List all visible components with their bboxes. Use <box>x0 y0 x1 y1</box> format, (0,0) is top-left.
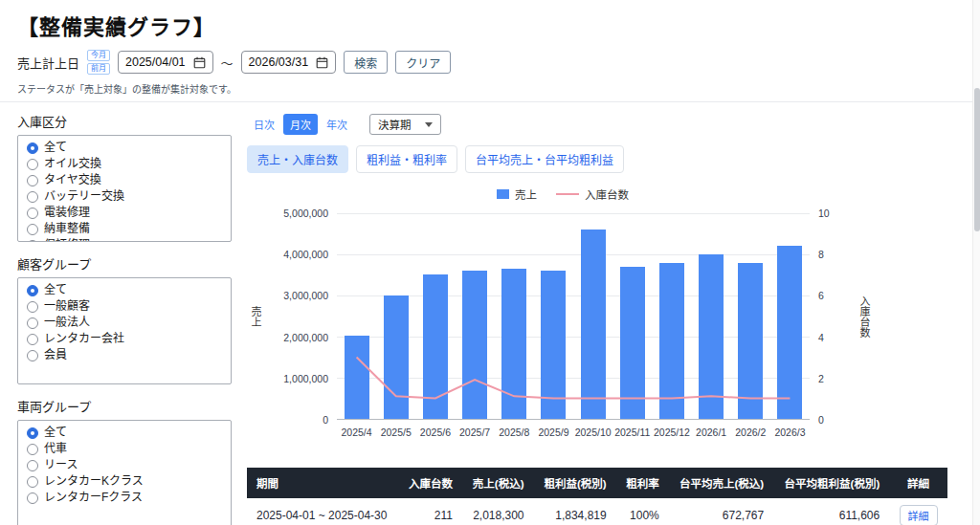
radio-label: リース <box>44 459 78 471</box>
chart-legend: 売上入庫台数 <box>247 186 879 202</box>
vertical-scrollbar[interactable] <box>972 0 980 525</box>
main-area: 入庫区分全てオイル交換タイヤ交換バッテリー交換電装修理納車整備保証修理その他整備… <box>0 102 980 525</box>
radio-option[interactable]: レンタカーKクラス <box>27 475 222 488</box>
radio-input[interactable] <box>27 317 38 329</box>
sidebar: 入庫区分全てオイル交換タイヤ交換バッテリー交換電装修理納車整備保証修理その他整備… <box>17 112 232 525</box>
period-tabs: 日次月次年次 <box>247 114 354 135</box>
radio-option[interactable]: 代車 <box>27 443 222 455</box>
x-axis-ticks: 2025/42025/52025/62025/72025/82025/92025… <box>337 420 810 443</box>
radio-input[interactable] <box>27 224 38 235</box>
radio-input[interactable] <box>27 301 38 313</box>
last-month-button[interactable]: 前月 <box>87 63 110 75</box>
radio-input[interactable] <box>27 476 38 488</box>
bar-slot <box>534 213 573 419</box>
filter-group: 入庫区分全てオイル交換タイヤ交換バッテリー交換電装修理納車整備保証修理その他整備 <box>17 112 232 242</box>
radio-option[interactable]: オイル交換 <box>27 158 222 170</box>
results-table-head: 期間入庫台数売上(税込)粗利益(税別)粗利率台平均売上(税込)台平均粗利益(税別… <box>247 468 947 498</box>
radio-input[interactable] <box>27 208 38 219</box>
table-cell: 672,767 <box>669 498 773 525</box>
radio-input[interactable] <box>27 159 38 170</box>
sales-bar[interactable] <box>659 263 684 419</box>
bar-slot <box>770 213 810 419</box>
radio-option[interactable]: 会員 <box>27 349 222 361</box>
view-tab-1[interactable]: 粗利益・粗利率 <box>356 145 457 173</box>
radio-option[interactable]: リース <box>27 459 222 471</box>
radio-option[interactable]: レンタカー会社 <box>27 333 222 345</box>
bar-slot <box>692 213 731 419</box>
sales-bar[interactable] <box>620 267 645 419</box>
x-axis-tick: 2025/11 <box>612 427 652 443</box>
legend-line-marker <box>556 193 579 195</box>
radio-option[interactable]: 全て <box>27 142 222 154</box>
radio-option[interactable]: バッテリー交換 <box>27 190 222 203</box>
fiscal-period-select[interactable]: 決算期 <box>369 114 441 135</box>
sales-bar[interactable] <box>462 271 487 419</box>
sales-bar[interactable] <box>423 274 448 419</box>
view-tab-0[interactable]: 売上・入庫台数 <box>247 145 348 173</box>
results-table: 期間入庫台数売上(税込)粗利益(税別)粗利率台平均売上(税込)台平均粗利益(税別… <box>247 468 947 525</box>
bar-slot <box>337 213 376 419</box>
period-tab-daily[interactable]: 日次 <box>247 114 281 135</box>
sales-bar[interactable] <box>581 230 606 419</box>
radio-input[interactable] <box>27 175 38 186</box>
radio-option[interactable]: 一般顧客 <box>27 300 222 313</box>
sales-bar[interactable] <box>384 295 409 419</box>
radio-option[interactable]: 納車整備 <box>27 223 222 235</box>
x-axis-tick: 2025/4 <box>337 427 376 443</box>
radio-option[interactable]: レンタカーFクラス <box>27 492 222 504</box>
y-axis-tick: 6 <box>818 290 824 301</box>
quick-date-buttons: 今月 前月 <box>87 50 110 75</box>
legend-item[interactable]: 入庫台数 <box>556 186 629 202</box>
this-month-button[interactable]: 今月 <box>87 50 110 61</box>
radio-option[interactable]: 一般法人 <box>27 317 222 329</box>
table-header-cell: 詳細 <box>889 468 947 498</box>
table-cell: 2,018,300 <box>462 498 534 525</box>
radio-input[interactable] <box>27 460 38 471</box>
table-header-cell: 台平均売上(税込) <box>669 468 773 498</box>
date-from-input[interactable]: 2025/04/01 <box>118 51 213 74</box>
radio-input[interactable] <box>27 334 38 345</box>
scrollbar-thumb[interactable] <box>974 88 980 231</box>
sales-bar[interactable] <box>501 269 526 419</box>
date-to-value: 2026/03/31 <box>249 55 309 69</box>
radio-label: バッテリー交換 <box>44 190 124 203</box>
page-header: 【整備実績グラフ】 売上計上日 今月 前月 2025/04/01 ～ 2026/… <box>0 0 980 102</box>
sales-bar[interactable] <box>777 246 802 419</box>
filter-group-label: 車両グループ <box>17 397 232 415</box>
filter-note: ステータスが「売上対象」の整備が集計対象です。 <box>17 81 963 96</box>
radio-option[interactable]: 保証修理 <box>27 239 222 242</box>
legend-item[interactable]: 売上 <box>497 186 537 202</box>
radio-input[interactable] <box>27 492 38 504</box>
detail-button[interactable]: 詳細 <box>900 505 938 525</box>
clear-button[interactable]: クリア <box>395 51 451 74</box>
date-to-input[interactable]: 2026/03/31 <box>241 51 337 74</box>
content-area: 日次月次年次 決算期 売上・入庫台数粗利益・粗利率台平均売上・台平均粗利益 売上… <box>247 112 972 525</box>
radio-label: オイル交換 <box>44 158 101 170</box>
radio-input[interactable] <box>27 142 38 154</box>
sales-bar[interactable] <box>541 271 566 419</box>
search-button[interactable]: 検索 <box>344 51 388 74</box>
sales-bar[interactable] <box>699 254 724 419</box>
x-axis-tick: 2025/7 <box>456 427 495 443</box>
sales-bar[interactable] <box>738 263 763 419</box>
right-axis-title: 入庫台数 <box>850 213 879 420</box>
table-cell: 611,606 <box>773 498 889 525</box>
table-header-cell: 入庫台数 <box>398 468 462 498</box>
period-tab-monthly[interactable]: 月次 <box>283 114 318 135</box>
radio-input[interactable] <box>27 444 38 455</box>
radio-option[interactable]: タイヤ交換 <box>27 174 222 186</box>
radio-option[interactable]: 全て <box>27 284 222 296</box>
sales-bar[interactable] <box>345 336 369 419</box>
radio-option[interactable]: 全て <box>27 427 222 439</box>
radio-input[interactable] <box>27 285 38 296</box>
period-tab-yearly[interactable]: 年次 <box>320 114 354 135</box>
x-axis-tick: 2026/2 <box>731 427 770 443</box>
radio-input[interactable] <box>27 240 38 243</box>
view-tab-2[interactable]: 台平均売上・台平均粗利益 <box>465 145 624 173</box>
radio-input[interactable] <box>27 350 38 361</box>
radio-input[interactable] <box>27 427 38 439</box>
radio-option[interactable]: 電装修理 <box>27 207 222 219</box>
table-cell: 1,834,819 <box>534 498 616 525</box>
radio-input[interactable] <box>27 191 38 203</box>
page-title: 【整備実績グラフ】 <box>17 10 963 40</box>
